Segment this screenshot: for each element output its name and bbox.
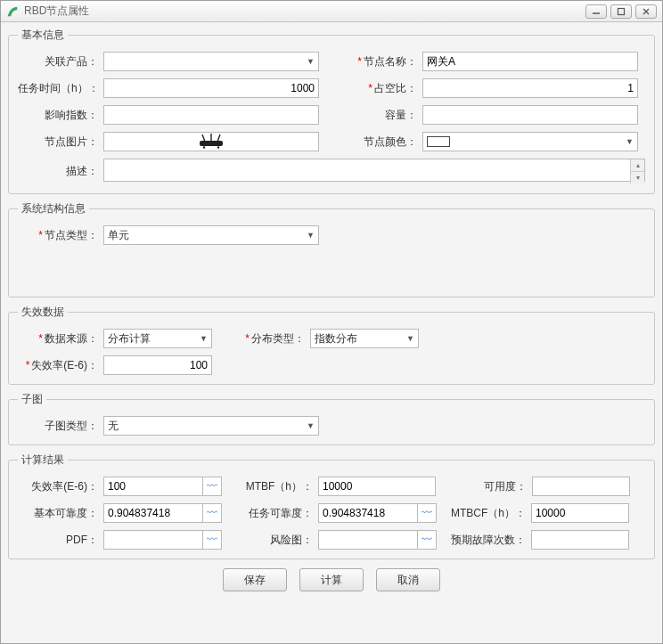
footer-buttons: 保存 计算 取消 <box>8 568 655 591</box>
group-results-legend: 计算结果 <box>18 452 68 468</box>
pdf-chart-button[interactable]: 〰 <box>202 530 222 550</box>
results-fr-input[interactable] <box>103 477 203 496</box>
node-name-label: 节点名称： <box>342 54 422 69</box>
impact-index-input[interactable] <box>103 105 319 125</box>
svg-rect-7 <box>200 141 223 146</box>
svg-point-8 <box>203 146 205 148</box>
svg-line-4 <box>202 135 205 142</box>
capacity-input[interactable] <box>422 105 638 125</box>
subgraph-type-value: 无 <box>108 419 119 434</box>
assoc-product-combo[interactable]: ▼ <box>103 52 319 71</box>
expected-fail-label: 预期故障次数： <box>437 533 531 548</box>
group-basic-legend: 基本信息 <box>18 28 68 43</box>
svg-line-6 <box>217 135 220 142</box>
chevron-down-icon: ▼ <box>307 231 315 240</box>
basic-rel-chart-button[interactable]: 〰 <box>202 503 222 523</box>
group-results: 计算结果 失效率(E-6)： 〰 MTBF（h）： 可用度： 基本可靠度： 〰 … <box>8 452 655 559</box>
maximize-button[interactable] <box>610 4 632 19</box>
avail-input[interactable] <box>532 477 630 496</box>
task-rel-input[interactable] <box>318 503 418 523</box>
content: 基本信息 关联产品： ▼ 节点名称： 任务时间（h）： <box>1 22 662 597</box>
save-button[interactable]: 保存 <box>223 568 287 591</box>
subgraph-type-combo[interactable]: 无 ▼ <box>103 416 319 436</box>
node-color-combo[interactable]: ▼ <box>422 132 638 151</box>
window-buttons <box>585 4 657 19</box>
color-swatch <box>427 136 450 147</box>
group-failure: 失效数据 数据来源： 分布计算 ▼ 分布类型： 指数分布 ▼ 失效率(E-6)： <box>8 305 655 385</box>
pdf-box <box>103 530 203 550</box>
chevron-down-icon: ▼ <box>200 334 208 343</box>
risk-chart-button[interactable]: 〰 <box>417 530 437 550</box>
capacity-label: 容量： <box>342 108 422 123</box>
duty-ratio-label: 占空比： <box>342 81 422 96</box>
node-type-combo[interactable]: 单元 ▼ <box>103 225 319 245</box>
group-failure-legend: 失效数据 <box>18 305 68 320</box>
basic-rel-input[interactable] <box>103 503 203 523</box>
mtbcf-input[interactable] <box>531 503 629 523</box>
data-source-combo[interactable]: 分布计算 ▼ <box>103 329 212 348</box>
close-button[interactable] <box>635 4 657 19</box>
risk-box <box>318 530 418 550</box>
chevron-down-icon: ▼ <box>307 57 315 66</box>
results-fr-label: 失效率(E-6)： <box>18 479 103 494</box>
node-image-box[interactable] <box>103 132 319 151</box>
task-rel-chart-button[interactable]: 〰 <box>417 503 437 523</box>
avail-label: 可用度： <box>436 479 532 494</box>
mtbf-label: MTBF（h）： <box>222 479 318 494</box>
node-color-label: 节点颜色： <box>342 135 422 150</box>
chart-icon: 〰 <box>422 534 432 546</box>
task-rel-label: 任务可靠度： <box>222 506 318 521</box>
mtbcf-label: MTBCF（h）： <box>437 506 531 521</box>
results-fr-chart-button[interactable]: 〰 <box>202 477 222 496</box>
duty-ratio-input[interactable] <box>422 78 638 98</box>
assoc-product-label: 关联产品： <box>18 54 103 69</box>
titlebar: RBD节点属性 <box>1 1 662 22</box>
impact-index-label: 影响指数： <box>18 108 103 123</box>
calc-button[interactable]: 计算 <box>299 568 364 591</box>
group-subgraph: 子图 子图类型： 无 ▼ <box>8 392 655 445</box>
node-type-label: 节点类型： <box>18 228 103 243</box>
dist-type-label: 分布类型： <box>239 331 310 346</box>
failure-rate-label: 失效率(E-6)： <box>18 358 103 373</box>
risk-label: 风险图： <box>222 533 318 548</box>
description-spinner: ▴ ▾ <box>630 159 644 183</box>
group-structure-legend: 系统结构信息 <box>18 201 89 216</box>
pdf-label: PDF： <box>18 533 103 548</box>
chart-icon: 〰 <box>207 507 217 519</box>
mtbf-input[interactable] <box>318 477 436 496</box>
group-subgraph-legend: 子图 <box>18 392 46 407</box>
data-source-value: 分布计算 <box>108 331 151 346</box>
basic-rel-label: 基本可靠度： <box>18 506 103 521</box>
app-icon <box>6 5 19 18</box>
dist-type-combo[interactable]: 指数分布 ▼ <box>310 329 419 348</box>
group-structure: 系统结构信息 节点类型： 单元 ▼ <box>8 201 655 298</box>
window: RBD节点属性 基本信息 关联产品： ▼ 节点名称： <box>0 0 663 644</box>
subgraph-type-label: 子图类型： <box>18 419 103 434</box>
cancel-button[interactable]: 取消 <box>376 568 440 591</box>
failure-rate-input[interactable] <box>103 355 212 375</box>
description-textarea[interactable] <box>103 159 645 182</box>
node-type-value: 单元 <box>108 228 129 243</box>
expected-fail-input[interactable] <box>531 530 629 550</box>
chevron-down-icon: ▼ <box>626 137 634 146</box>
node-image-label: 节点图片： <box>18 135 103 150</box>
svg-point-9 <box>217 146 219 148</box>
spin-down-icon[interactable]: ▾ <box>630 172 644 183</box>
router-icon <box>196 133 226 151</box>
minimize-button[interactable] <box>585 4 607 19</box>
data-source-label: 数据来源： <box>18 331 103 346</box>
group-basic: 基本信息 关联产品： ▼ 节点名称： 任务时间（h）： <box>8 28 655 194</box>
description-label: 描述： <box>18 164 103 179</box>
task-time-label: 任务时间（h）： <box>18 81 103 96</box>
spin-up-icon[interactable]: ▴ <box>630 159 644 172</box>
window-title: RBD节点属性 <box>24 4 585 19</box>
task-time-input[interactable] <box>103 78 319 98</box>
dist-type-value: 指数分布 <box>315 331 357 346</box>
chart-icon: 〰 <box>422 507 432 519</box>
svg-rect-1 <box>618 8 625 14</box>
chart-icon: 〰 <box>207 480 217 493</box>
chevron-down-icon: ▼ <box>307 421 315 430</box>
node-name-input[interactable] <box>422 52 638 71</box>
chart-icon: 〰 <box>207 534 217 546</box>
chevron-down-icon: ▼ <box>406 334 414 343</box>
